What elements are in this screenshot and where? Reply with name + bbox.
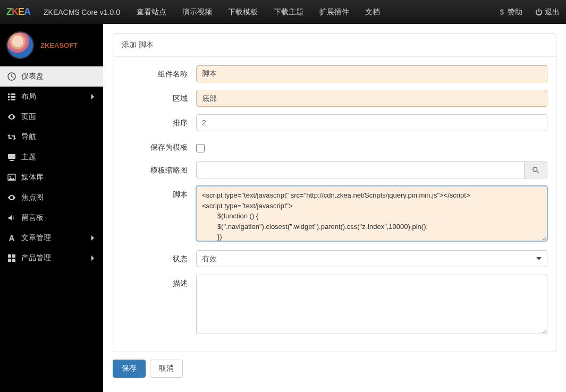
chevron-right-icon xyxy=(90,92,96,101)
brand-e: E xyxy=(18,6,24,17)
brand-k: K xyxy=(12,6,18,17)
label-status: 状态 xyxy=(122,250,196,264)
sidebar-item-label: 导航 xyxy=(21,132,36,142)
sidebar-item-label: 媒体库 xyxy=(21,173,44,182)
sidebar-item-label: 文章管理 xyxy=(21,233,51,243)
svg-rect-1 xyxy=(8,154,15,159)
nav-view-site[interactable]: 查看站点 xyxy=(129,1,174,24)
label-order: 排序 xyxy=(122,114,196,128)
power-icon xyxy=(535,8,543,16)
nav-docs[interactable]: 文档 xyxy=(357,1,388,24)
sidebar-item-label: 产品管理 xyxy=(21,253,51,263)
label-template-thumb: 模板缩略图 xyxy=(122,161,196,175)
textarea-script[interactable] xyxy=(196,186,547,241)
sidebar-item-label: 页面 xyxy=(21,112,36,122)
side-nav: 仪表盘 布局 页面 导航 主题 媒体库 xyxy=(0,66,103,268)
sponsor-label: 赞助 xyxy=(508,7,522,17)
sidebar-item-article[interactable]: 文章管理 xyxy=(0,228,103,248)
nav-download-theme[interactable]: 下载主题 xyxy=(266,1,311,24)
brand-a: A xyxy=(24,6,30,17)
sidebar-item-navigation[interactable]: 导航 xyxy=(0,127,103,147)
nav-extensions[interactable]: 扩展插件 xyxy=(311,1,357,24)
input-template-thumb[interactable] xyxy=(196,161,525,178)
letter-a-icon xyxy=(7,234,16,242)
svg-point-8 xyxy=(533,167,537,172)
logout-label: 退出 xyxy=(545,7,560,17)
user-name: ZKEASOFT xyxy=(40,41,78,49)
panel-title: 添加 脚本 xyxy=(113,34,556,57)
checkbox-save-as-template[interactable] xyxy=(196,144,205,152)
sidebar-item-media[interactable]: 媒体库 xyxy=(0,167,103,188)
eye-icon xyxy=(7,113,16,121)
retweet-icon xyxy=(7,133,16,141)
label-description: 描述 xyxy=(122,275,196,288)
label-save-as-template: 保存为模板 xyxy=(122,139,196,152)
input-component-name[interactable] xyxy=(196,65,547,82)
image-icon xyxy=(7,173,16,182)
input-order[interactable] xyxy=(196,114,547,131)
grid-icon xyxy=(7,254,16,262)
svg-rect-6 xyxy=(8,259,11,262)
eye-icon xyxy=(7,193,16,202)
sidebar-item-label: 仪表盘 xyxy=(21,72,44,81)
avatar xyxy=(6,31,34,59)
sidebar: ZKEASOFT 仪表盘 布局 页面 导航 主题 xyxy=(0,24,103,392)
label-component-name: 组件名称 xyxy=(122,65,196,79)
select-status[interactable]: 有效 xyxy=(196,250,547,267)
user-block: ZKEASOFT xyxy=(0,24,103,66)
svg-rect-5 xyxy=(12,254,15,258)
sidebar-item-page[interactable]: 页面 xyxy=(0,107,103,127)
sponsor-link[interactable]: 赞助 xyxy=(492,1,529,24)
sidebar-item-theme[interactable]: 主题 xyxy=(0,147,103,167)
search-icon xyxy=(532,166,539,174)
top-nav: 查看站点 演示视频 下载模板 下载主题 扩展插件 文档 xyxy=(129,1,388,24)
sidebar-item-product[interactable]: 产品管理 xyxy=(0,248,103,268)
footer-actions: 保存 取消 xyxy=(113,352,556,380)
cancel-button[interactable]: 取消 xyxy=(150,360,183,378)
sidebar-item-slider[interactable]: 焦点图 xyxy=(0,188,103,208)
select-zone[interactable]: 底部 xyxy=(196,90,547,107)
sidebar-item-message[interactable]: 留言板 xyxy=(0,208,103,228)
sidebar-item-label: 主题 xyxy=(21,152,36,162)
topbar: ZKEA ZKEACMS Core v1.0.0 查看站点 演示视频 下载模板 … xyxy=(0,0,566,24)
label-zone: 区域 xyxy=(122,90,196,104)
logout-link[interactable]: 退出 xyxy=(529,1,566,24)
svg-point-3 xyxy=(10,176,11,177)
chevron-right-icon xyxy=(90,254,96,262)
nav-demo-video[interactable]: 演示视频 xyxy=(174,1,220,24)
svg-rect-4 xyxy=(8,254,11,258)
form-panel: 添加 脚本 组件名称 区域 底部 排序 xyxy=(113,33,556,352)
content: 添加 脚本 组件名称 区域 底部 排序 xyxy=(103,24,566,392)
svg-rect-7 xyxy=(12,259,15,262)
product-name: ZKEACMS Core v1.0.0 xyxy=(44,8,120,16)
nav-download-template[interactable]: 下载模板 xyxy=(220,1,266,24)
label-script: 脚本 xyxy=(122,186,196,200)
brand-logo: ZKEA xyxy=(0,6,32,18)
dollar-icon xyxy=(498,8,505,16)
save-button[interactable]: 保存 xyxy=(113,360,146,378)
list-icon xyxy=(7,92,16,101)
sidebar-item-label: 焦点图 xyxy=(21,193,44,202)
top-right: 赞助 退出 xyxy=(492,1,566,24)
display-icon xyxy=(7,153,16,161)
textarea-description[interactable] xyxy=(196,275,547,334)
sidebar-item-label: 布局 xyxy=(21,92,36,101)
search-thumb-button[interactable] xyxy=(525,161,547,178)
sound-icon xyxy=(7,214,16,222)
clock-icon xyxy=(7,72,16,81)
sidebar-item-dashboard[interactable]: 仪表盘 xyxy=(0,66,103,87)
brand-z: Z xyxy=(6,6,12,17)
sidebar-item-layout[interactable]: 布局 xyxy=(0,87,103,107)
sidebar-item-label: 留言板 xyxy=(21,213,44,223)
chevron-right-icon xyxy=(90,234,96,242)
